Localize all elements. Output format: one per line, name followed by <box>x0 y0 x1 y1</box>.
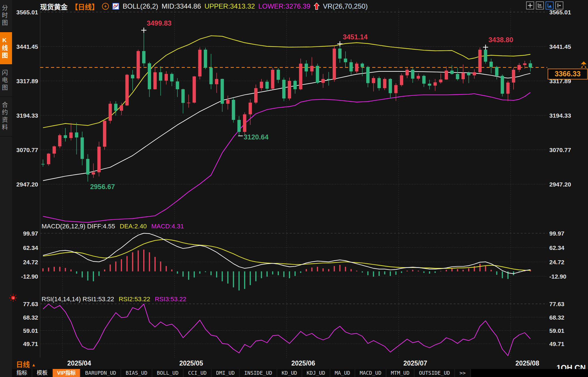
candle-body <box>327 79 330 80</box>
macd-axis-label-right: 62.34 <box>549 244 565 251</box>
candle-body <box>198 50 202 76</box>
candle-body <box>428 84 431 86</box>
candle-body <box>92 172 95 174</box>
candle-body <box>103 121 106 147</box>
sidebar-tab-lightning-chart[interactable]: 闪电图 <box>0 65 12 97</box>
candle-body <box>450 71 454 74</box>
macd-axis-label-left: 99.97 <box>23 230 38 237</box>
candle-body <box>52 146 56 153</box>
candle-body <box>310 66 314 71</box>
toolbar-tab-kdj_ud[interactable]: KDJ_UD <box>302 369 330 377</box>
candle-body <box>489 62 493 67</box>
rsi-axis-label-right: 77.63 <box>549 301 565 307</box>
toolbar-tab-cci_ud[interactable]: CCI_UD <box>184 369 212 377</box>
candle-body <box>271 70 275 89</box>
toolbar-tab-inside_ud[interactable]: INSIDE_UD <box>240 369 277 377</box>
candle-body <box>529 63 532 67</box>
crosshair-icon[interactable] <box>526 1 534 9</box>
candle-body <box>523 63 527 65</box>
candle-body <box>265 82 269 89</box>
swing-price-label: 3438.80 <box>488 36 513 44</box>
candle-body <box>377 78 381 88</box>
candle-body <box>349 62 353 71</box>
candle-body <box>58 135 62 146</box>
candle-body <box>405 70 409 75</box>
toolbar-tab-macd_ud[interactable]: MACD_UD <box>355 369 387 377</box>
candle-body <box>209 68 213 84</box>
boll-params: BOLL(26,2) <box>123 2 158 10</box>
period-badge[interactable]: 【日线】 <box>71 1 99 11</box>
toolbar-tab--[interactable]: >> <box>455 369 471 377</box>
candle-body <box>417 76 420 79</box>
sidebar-tab-candle-chart[interactable]: K线图 <box>0 32 12 65</box>
month-label: 2025/08 <box>516 359 539 367</box>
candle-body <box>467 73 471 75</box>
sidebar-tab-time-chart[interactable]: 分时图 <box>0 0 12 32</box>
macd-axis-label-left: 24.72 <box>23 259 38 265</box>
candle-body <box>478 50 482 72</box>
dropdown-arrow-icon: ▲ <box>32 362 36 367</box>
price-axis-label-left: 3441.45 <box>16 43 38 50</box>
trading-app-window: 分时图 K线图 闪电图 合约资料 现货黄金 【日线】 + BOLL(26,2) … <box>0 0 588 377</box>
candle-body <box>389 79 392 93</box>
rsi-axis-label-left: 49.71 <box>23 341 38 347</box>
candle-body <box>75 133 79 137</box>
toolbar-tab-ma_ud[interactable]: MA_UD <box>330 369 355 377</box>
hot-spot-icon[interactable] <box>9 293 18 302</box>
candle-body <box>170 74 174 81</box>
macd-value: MACD:4.31 <box>151 223 184 230</box>
mini-chart-icon <box>112 3 119 10</box>
candle-body <box>47 153 50 164</box>
rsi-axis-label-left: 59.01 <box>23 327 38 334</box>
candlestick-chart[interactable]: 3565.013565.013441.453441.453317.893317.… <box>0 0 588 369</box>
candle-body <box>114 104 117 111</box>
candle-body <box>344 59 347 62</box>
toolbar-tab-mtm_ud[interactable]: MTM_UD <box>387 369 415 377</box>
rsi-axis-label-left: 68.32 <box>23 314 38 321</box>
rsi3-value: RSI3:53.22 <box>155 296 186 303</box>
candle-body <box>484 50 487 62</box>
indicator-toolbar: 指标模板VIP指标BARUPDN_UDBIAS_UDBOLL_UDCCI_UDD… <box>12 369 588 377</box>
candle-body <box>41 164 45 164</box>
toolbar-tab-bias_ud[interactable]: BIAS_UD <box>121 369 152 377</box>
right-edge-icon[interactable] <box>555 1 563 9</box>
sidebar-tab-contract-info[interactable]: 合约资料 <box>0 97 12 137</box>
candle-body <box>137 51 140 78</box>
swing-price-label: 3499.83 <box>147 19 172 27</box>
candle-body <box>243 114 246 132</box>
rsi-axis-label-left: 77.63 <box>23 301 38 307</box>
candle-body <box>394 85 398 93</box>
price-axis-label-left: 2947.20 <box>16 181 38 188</box>
price-up-arrow-icon <box>314 3 320 10</box>
month-label: 2025/07 <box>403 359 427 367</box>
rsi-axis-label-right: 49.71 <box>549 341 565 347</box>
candle-body <box>120 105 123 110</box>
price-axis-label-right: 3441.45 <box>549 43 571 50</box>
swing-price-label: 3120.64 <box>244 133 268 141</box>
candle-body <box>282 80 286 98</box>
candle-body <box>456 74 459 79</box>
toolbar-tab-outside_ud[interactable]: OUTSIDE_UD <box>415 369 455 377</box>
candle-body <box>64 135 67 138</box>
toolbar-tab-vip-[interactable]: VIP指标 <box>53 369 81 377</box>
timeframe-label[interactable]: 日线▲ <box>16 359 36 369</box>
macd-header: MACD(26,12,9) DIFF:4.55 DEA:2.40 MACD:4.… <box>42 223 184 230</box>
candle-body <box>333 48 336 80</box>
toolbar-tab-boll_ud[interactable]: BOLL_UD <box>152 369 184 377</box>
macd-dea-value: DEA:2.40 <box>120 223 147 230</box>
axis-scale-icon[interactable] <box>536 1 544 9</box>
candle-body <box>305 64 308 71</box>
toolbar-tab-kd_ud[interactable]: KD_UD <box>277 369 302 377</box>
price-alert-arrows-icon <box>581 61 587 68</box>
toolbar-tab-dmi_ud[interactable]: DMI_UD <box>212 369 240 377</box>
price-axis-label-left: 3194.33 <box>16 112 38 119</box>
candle-body <box>361 64 364 67</box>
candle-body <box>366 67 370 83</box>
toolbar-tab--[interactable]: 模板 <box>32 369 53 377</box>
candle-body <box>181 89 185 103</box>
toolbar-tab-barupdn_ud[interactable]: BARUPDN_UD <box>81 369 121 377</box>
auto-scale-icon[interactable] <box>546 1 554 9</box>
add-indicator-icon[interactable]: + <box>102 3 109 10</box>
toolbar-tab--[interactable]: 指标 <box>12 369 32 377</box>
price-axis-label-left: 3565.01 <box>16 9 38 15</box>
